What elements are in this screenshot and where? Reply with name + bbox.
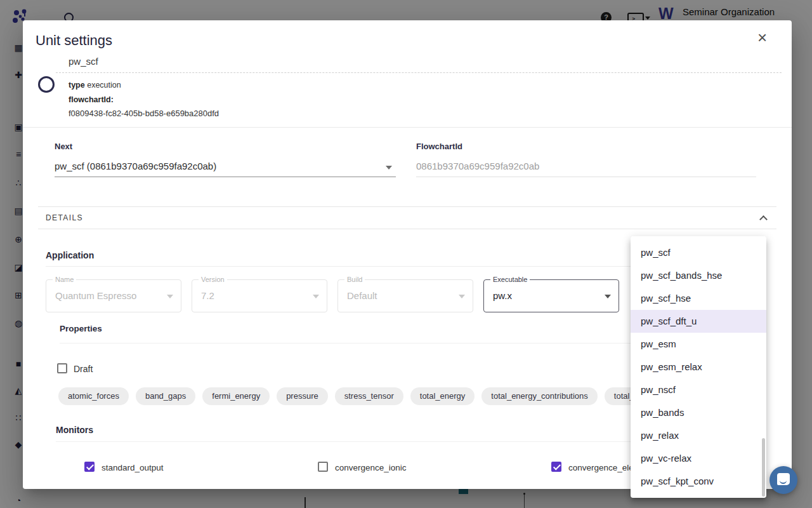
details-accordion-header[interactable]: DETAILS: [38, 206, 776, 229]
build-select: Build Default: [337, 279, 473, 312]
flowchartid-field-label: FlowchartId: [416, 142, 462, 151]
property-chip: total_energy_contributions: [481, 387, 598, 405]
dropdown-item[interactable]: pw_scf: [631, 241, 766, 264]
dropdown-scrollbar[interactable]: [762, 438, 765, 497]
property-chip: stress_tensor: [335, 387, 403, 405]
details-label: DETAILS: [46, 213, 83, 222]
build-field-value: Default: [347, 280, 377, 312]
application-heading: Application: [46, 250, 94, 260]
chat-button[interactable]: [769, 466, 797, 494]
property-chip: band_gaps: [136, 387, 195, 405]
next-underline: [55, 177, 396, 177]
next-label: Next: [55, 142, 72, 151]
type-value: execution: [87, 81, 121, 90]
dropdown-item[interactable]: pw_esm: [631, 333, 766, 356]
version-select: Version 7.2: [192, 279, 327, 312]
dropdown-item[interactable]: pw_bands: [631, 401, 766, 424]
flowchartid-value: f0809438-fc82-405b-bd58-e659ba280dfd: [69, 109, 219, 118]
unit-name: pw_scf: [69, 56, 98, 67]
properties-heading: Properties: [60, 324, 102, 333]
property-chips-row: atomic_forces band_gaps fermi_energy pre…: [58, 387, 709, 405]
unit-node-icon: [38, 76, 55, 93]
dropdown-item[interactable]: pw_vc-relax: [631, 447, 766, 470]
draft-checkbox[interactable]: [57, 363, 67, 373]
dropdown-caret-icon: [459, 295, 465, 298]
executable-dropdown-menu: pw_scf pw_scf_bands_hse pw_scf_hse pw_sc…: [631, 236, 766, 498]
close-icon[interactable]: ×: [757, 29, 767, 46]
monitor-checkbox-convergence-electronic[interactable]: [551, 462, 561, 472]
property-chip: total_energy: [410, 387, 475, 405]
flowchartid-underline: [416, 177, 756, 177]
chevron-up-icon: [759, 215, 768, 224]
section-divider: [23, 127, 792, 128]
version-field-value: 7.2: [201, 280, 214, 312]
monitor-checkbox-convergence-ionic[interactable]: [318, 462, 328, 472]
dropdown-item[interactable]: pw_scf_kpt_conv: [631, 470, 766, 493]
property-chip: fermi_energy: [202, 387, 270, 405]
dropdown-item[interactable]: pw_scf_bands_hse: [631, 264, 766, 287]
dropdown-caret-icon: [313, 295, 319, 298]
application-name-select: Name Quantum Espresso: [46, 279, 181, 312]
monitors-heading: Monitors: [56, 425, 93, 435]
dropdown-item[interactable]: pw_scf_hse: [631, 287, 766, 310]
dropdown-caret-icon: [605, 295, 611, 298]
flowchartid-field-value: 0861b9370a69c959fa92c0ab: [416, 161, 539, 171]
chat-bubble-icon: [777, 473, 790, 485]
name-field-value: Quantum Espresso: [55, 280, 136, 312]
dropdown-item-highlighted[interactable]: pw_scf_dft_u: [631, 310, 766, 333]
type-label: type: [69, 81, 85, 90]
monitor-label: convergence_ionic: [335, 463, 407, 472]
next-caret-icon: [386, 166, 392, 170]
dropdown-caret-icon: [167, 295, 173, 298]
property-chip: pressure: [277, 387, 328, 405]
monitor-label: standard_output: [102, 463, 164, 472]
executable-field-value: pw.x: [493, 280, 512, 312]
draft-label: Draft: [74, 364, 93, 374]
next-select-value: pw_scf (0861b9370a69c959fa92c0ab): [55, 161, 216, 171]
property-chip: atomic_forces: [58, 387, 129, 405]
flowchartid-label: flowchartId:: [69, 95, 114, 104]
executable-select[interactable]: Executable pw.x: [483, 279, 619, 312]
dropdown-item[interactable]: pw_relax: [631, 424, 766, 447]
page-title: Unit settings: [36, 32, 112, 49]
dropdown-item[interactable]: pw_nscf: [631, 378, 766, 401]
monitor-checkbox-standard-output[interactable]: [84, 462, 95, 472]
dashed-separator: [56, 72, 782, 73]
dropdown-item[interactable]: pw_esm_relax: [631, 356, 766, 378]
